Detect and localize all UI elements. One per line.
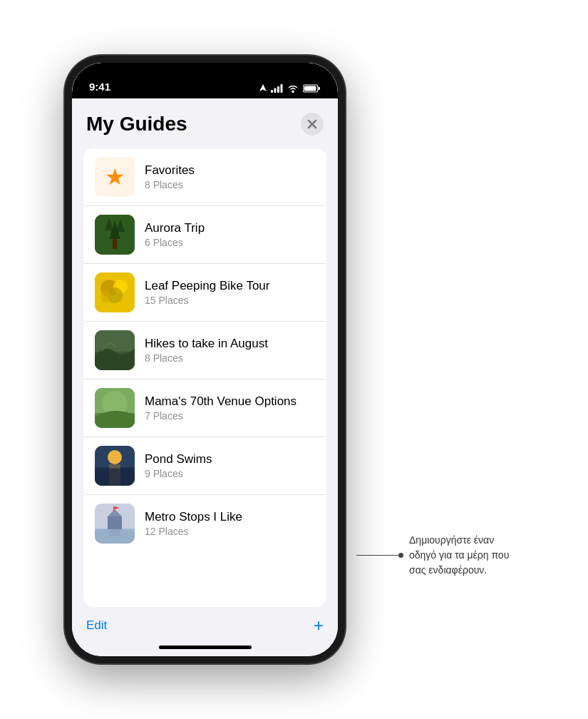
add-button[interactable]: + [314,616,324,636]
guide-name: Hikes to take in August [145,337,315,351]
svg-rect-5 [319,87,321,90]
guide-info-metro: Metro Stops I Like 12 Places [145,510,315,537]
guide-count: 8 Places [145,352,315,364]
dynamic-island [163,68,248,93]
bottom-bar: Edit + [72,607,338,641]
wifi-icon [287,84,299,93]
list-item[interactable]: Aurora Trip 6 Places [83,206,326,264]
guide-name: Leaf Peeping Bike Tour [145,279,315,293]
guide-count: 15 Places [145,295,315,306]
phone-frame: 9:41 [65,56,345,663]
panel-title: My Guides [86,113,187,136]
svg-rect-3 [281,84,283,93]
mamas-thumbnail [95,388,135,428]
edit-button[interactable]: Edit [86,618,107,633]
guide-thumbnail-metro [95,504,135,544]
guide-count: 9 Places [145,468,315,479]
annotation-text: Δημιουργήστε έναν οδηγό για τα μέρη που … [409,533,523,578]
svg-rect-2 [277,86,279,93]
list-item[interactable]: ★ Favorites 8 Places [83,148,326,206]
svg-rect-6 [304,86,316,91]
phone-screen: 9:41 [72,63,338,656]
guide-info-aurora: Aurora Trip 6 Places [145,221,315,248]
list-item[interactable]: Leaf Peeping Bike Tour 15 Places [83,264,326,322]
status-bar: 9:41 [72,63,338,98]
battery-icon [303,84,321,93]
list-item[interactable]: Metro Stops I Like 12 Places [83,495,326,552]
svg-rect-0 [271,90,273,93]
guide-info-mamas: Mama's 70th Venue Options 7 Places [145,394,315,422]
star-icon: ★ [105,163,125,190]
list-item[interactable]: Mama's 70th Venue Options 7 Places [83,379,326,437]
guide-info-leaf: Leaf Peeping Bike Tour 15 Places [145,279,315,306]
guide-name: Mama's 70th Venue Options [145,394,315,409]
guide-name: Metro Stops I Like [145,510,315,524]
close-icon [307,119,317,129]
status-icons [259,84,321,93]
guide-thumbnail-favorites: ★ [95,157,135,197]
guide-count: 12 Places [145,526,315,537]
guide-thumbnail-hikes [95,330,135,370]
hikes-thumbnail [95,330,135,370]
leaf-thumbnail [95,272,135,312]
list-item[interactable]: Pond Swims 9 Places [83,437,326,495]
home-indicator [72,641,338,656]
list-item[interactable]: Hikes to take in August 8 Places [83,322,326,379]
guide-count: 8 Places [145,179,315,190]
aurora-thumbnail [95,215,135,255]
guide-name: Aurora Trip [145,221,315,235]
guide-thumbnail-leaf [95,272,135,312]
metro-thumbnail [95,504,135,544]
signal-icon [271,84,283,93]
guide-thumbnail-aurora [95,215,135,255]
guide-count: 6 Places [145,237,315,248]
guide-count: 7 Places [145,410,315,422]
svg-rect-29 [108,516,122,529]
svg-rect-31 [113,506,115,512]
guide-info-pond: Pond Swims 9 Places [145,452,315,479]
svg-rect-1 [274,88,277,93]
panel: My Guides ★ [72,98,338,607]
panel-header: My Guides [83,113,326,136]
guides-list: ★ Favorites 8 Places [83,148,326,607]
close-button[interactable] [301,113,324,136]
svg-point-25 [108,450,122,464]
content-area: My Guides ★ [72,98,338,656]
guide-info-hikes: Hikes to take in August 8 Places [145,337,315,364]
guide-info-favorites: Favorites 8 Places [145,163,315,190]
svg-rect-10 [113,239,117,249]
guide-name: Favorites [145,163,315,178]
pond-thumbnail [95,446,135,486]
guide-thumbnail-pond [95,446,135,486]
guide-thumbnail-mamas [95,388,135,428]
location-icon [259,84,267,93]
home-bar [159,646,252,649]
guide-name: Pond Swims [145,452,315,466]
svg-point-17 [100,291,112,302]
